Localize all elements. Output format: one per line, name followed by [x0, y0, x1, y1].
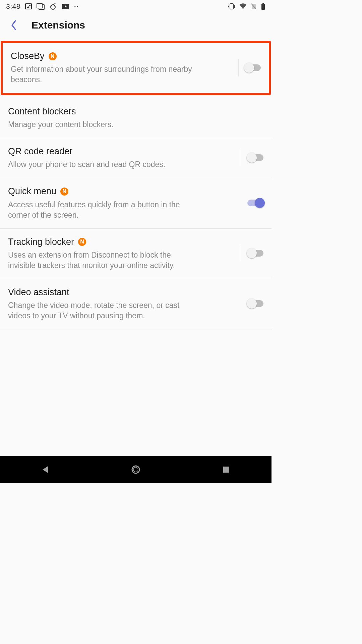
status-bar: 3:48 ·· — [0, 0, 272, 13]
toggle-container — [241, 194, 263, 212]
toggle-container — [241, 245, 263, 262]
nav-back-button[interactable] — [30, 460, 60, 479]
toggle-container — [241, 149, 263, 166]
extension-text: Tracking blocker N Uses an extension fro… — [8, 236, 241, 271]
no-sim-icon — [251, 3, 257, 10]
chevron-left-icon — [10, 19, 17, 31]
svg-rect-7 — [262, 3, 264, 4]
extension-description: Uses an extension from Disconnect to blo… — [8, 250, 196, 271]
extension-title: Content blockers — [8, 106, 76, 117]
page-header: Extensions — [0, 13, 272, 41]
svg-rect-10 — [223, 467, 229, 473]
extension-text: CloseBy N Get information about your sur… — [11, 50, 238, 85]
extension-description: Get information about your surroundings … — [11, 64, 198, 85]
extension-text: Quick menu N Access useful features quic… — [8, 185, 241, 220]
youtube-icon — [61, 3, 69, 9]
gmail-icon — [37, 3, 45, 10]
new-badge-icon: N — [60, 187, 68, 196]
extension-description: Change the video mode, rotate the screen… — [8, 300, 196, 321]
extension-description: Allow your phone to scan and read QR cod… — [8, 159, 196, 170]
toggle-container — [241, 295, 263, 312]
extension-title: Video assistant — [8, 286, 69, 298]
more-notifications-icon: ·· — [74, 3, 79, 10]
circle-home-icon — [131, 465, 141, 475]
extensions-list: Content blockers Manage your content blo… — [0, 98, 272, 329]
new-badge-icon: N — [49, 52, 57, 60]
square-recents-icon — [222, 466, 230, 474]
status-right — [228, 3, 265, 10]
extension-item-quick-menu[interactable]: Quick menu N Access useful features quic… — [0, 178, 272, 228]
highlight-annotation: CloseBy N Get information about your sur… — [1, 41, 271, 95]
new-badge-icon: N — [78, 238, 86, 246]
extension-text: QR code reader Allow your phone to scan … — [8, 146, 241, 170]
extension-item-qr-reader[interactable]: QR code reader Allow your phone to scan … — [0, 138, 272, 178]
gallery-icon — [25, 3, 32, 9]
svg-point-9 — [133, 467, 138, 472]
extension-item-content-blockers[interactable]: Content blockers Manage your content blo… — [0, 98, 272, 138]
extension-description: Manage your content blockers. — [8, 119, 196, 130]
extension-title: CloseBy — [11, 50, 45, 62]
nav-recents-button[interactable] — [211, 460, 241, 479]
status-time: 3:48 — [6, 2, 20, 10]
extension-title: Quick menu — [8, 185, 56, 197]
triangle-back-icon — [41, 465, 50, 474]
reddit-icon — [49, 3, 57, 10]
status-left: 3:48 ·· — [6, 2, 79, 10]
extension-item-closeby[interactable]: CloseBy N Get information about your sur… — [3, 43, 269, 93]
extension-title: Tracking blocker — [8, 236, 74, 248]
extension-text: Video assistant Change the video mode, r… — [8, 286, 241, 321]
extension-text: Content blockers Manage your content blo… — [8, 106, 263, 130]
nav-home-button[interactable] — [121, 460, 151, 479]
android-nav-bar — [0, 456, 272, 483]
extension-title: QR code reader — [8, 146, 72, 157]
qr-reader-toggle[interactable] — [247, 154, 263, 161]
page-title: Extensions — [32, 19, 85, 31]
extension-item-tracking-blocker[interactable]: Tracking blocker N Uses an extension fro… — [0, 229, 272, 279]
video-assistant-toggle[interactable] — [247, 300, 263, 307]
back-button[interactable] — [6, 17, 21, 33]
extension-description: Access useful features quickly from a bu… — [8, 200, 196, 220]
battery-icon — [261, 3, 265, 10]
wifi-icon — [239, 3, 247, 9]
quick-menu-toggle[interactable] — [247, 200, 263, 206]
svg-point-2 — [54, 5, 55, 6]
extension-item-video-assistant[interactable]: Video assistant Change the video mode, r… — [0, 279, 272, 329]
toggle-container — [238, 59, 261, 76]
svg-point-1 — [51, 5, 52, 6]
svg-rect-6 — [261, 4, 265, 10]
vibrate-icon — [228, 3, 235, 10]
tracking-blocker-toggle[interactable] — [247, 250, 263, 257]
svg-rect-5 — [230, 4, 233, 9]
closeby-toggle[interactable] — [245, 64, 261, 71]
